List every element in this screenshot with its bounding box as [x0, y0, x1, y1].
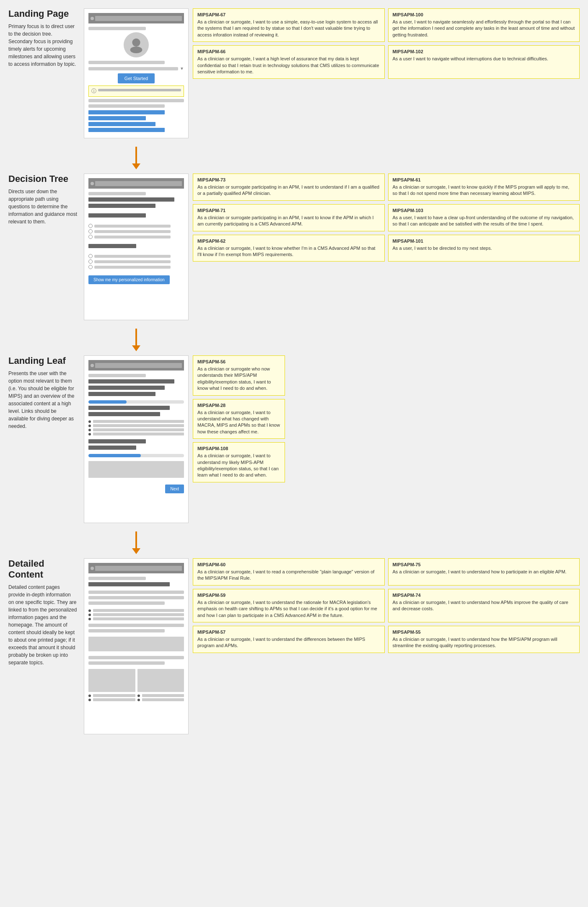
wf-progress-1 — [88, 400, 184, 404]
section-desc-leaf: Presents the user with the option most r… — [8, 370, 78, 430]
wf-dt-col2-b2 — [137, 698, 184, 701]
story-cards-leaf: MIPSAPM-56 As a clinician or surrogate w… — [193, 355, 285, 482]
nav-dot-l — [91, 364, 94, 367]
wf-dt-bullet-3 — [88, 617, 184, 620]
bullet-line-1 — [93, 420, 184, 423]
story-card-mipsapm-75: MIPSAPM-75 As a clinician or surrogate, … — [388, 558, 580, 586]
story-card-mipsapm-74: MIPSAPM-74 As a clinician or surrogate, … — [388, 589, 580, 622]
story-card-mipsapm-66: MIPSAPM-66 As a clinician or surrogate, … — [193, 45, 385, 79]
wf-blue-2 — [88, 116, 146, 120]
wf-dt-col1-b2 — [88, 698, 135, 701]
wf-bullet-4 — [88, 433, 184, 435]
wf-dt-bullet-2 — [88, 613, 184, 616]
story-card-mipsapm-60: MIPSAPM-60 As a clinician or surrogate, … — [193, 558, 385, 586]
story-id-100: MIPSAPM-100 — [393, 12, 575, 17]
wireframe-nav-leaf — [88, 360, 184, 371]
avatar-icon — [128, 36, 145, 53]
wf-radio-5 — [88, 259, 184, 264]
story-text-108: As a clinician or surrogate, I want to u… — [197, 453, 280, 479]
story-card-mipsapm-61: MIPSAPM-61 As a clinician or surrogate, … — [388, 174, 580, 201]
section-content-leaf: Next MIPSAPM-56 As a clinician or surrog… — [84, 355, 580, 523]
bullet-line-3 — [93, 428, 184, 431]
nav-dot-dt — [91, 567, 94, 570]
story-id-73: MIPSAPM-73 — [197, 177, 380, 182]
story-row-leaf-1: MIPSAPM-56 As a clinician or surrogate w… — [193, 355, 285, 396]
story-cards-landing: MIPSAPM-67 As a clinician or surrogate, … — [193, 8, 580, 79]
wf-radio-2 — [88, 229, 184, 233]
wf-radio-6 — [88, 265, 184, 269]
nav-bar-dt — [95, 566, 182, 571]
radio-line-5 — [94, 260, 171, 263]
radio-circle-1 — [88, 224, 93, 228]
nav-bar — [95, 16, 182, 21]
wf-dt-col2-b1 — [137, 694, 184, 697]
wf-l-dark-3 — [88, 392, 155, 396]
orange-arrow-3 — [132, 531, 140, 554]
wf-blue-lines — [88, 110, 184, 132]
story-id-59: MIPSAPM-59 — [197, 593, 380, 598]
radio-circle-3 — [88, 235, 93, 239]
dt-bullet-dot-3 — [88, 618, 91, 620]
wf-l-dark-6 — [88, 439, 146, 443]
section-label-detail: Detailed Content Detailed content pages … — [8, 558, 84, 734]
wf-line-1 — [88, 27, 146, 30]
story-id-62: MIPSAPM-62 — [197, 238, 380, 244]
story-id-74: MIPSAPM-74 — [393, 593, 575, 598]
arrow-head-2 — [132, 345, 140, 351]
story-card-mipsapm-56: MIPSAPM-56 As a clinician or surrogate w… — [193, 355, 285, 396]
wf-dt-col-1 — [88, 669, 135, 692]
story-text-59: As a clinician or surrogate, I want to u… — [197, 599, 380, 619]
story-card-mipsapm-108: MIPSAPM-108 As a clinician or surrogate,… — [193, 442, 285, 482]
wf-radio-group-2 — [88, 254, 184, 269]
show-personalized-button[interactable]: Show me my personalized information — [88, 275, 170, 284]
story-text-61: As a clinician or surrogate, I want to k… — [393, 184, 575, 197]
wf-dt-col-2 — [137, 669, 184, 692]
wf-dt-line-7 — [88, 661, 165, 665]
story-text-102: As a user I want to navigate without int… — [393, 56, 575, 62]
wf-next-btn-container: Next — [88, 482, 184, 495]
story-card-mipsapm-100: MIPSAPM-100 As a user, I want to navigat… — [388, 8, 580, 42]
dt-bullet-line-3 — [93, 617, 184, 620]
alert-line-1 — [98, 89, 181, 91]
nav-dot-d — [91, 182, 94, 185]
wf-d-dark-4 — [88, 244, 136, 248]
wf-dt-gray-1 — [88, 637, 184, 651]
wf-bullet-3 — [88, 428, 184, 431]
story-row-landing-2: MIPSAPM-66 As a clinician or surrogate, … — [193, 45, 580, 79]
wf-radio-1 — [88, 224, 184, 228]
wf-line-2 — [88, 61, 165, 64]
wf-line-3 — [88, 99, 184, 102]
story-id-28: MIPSAPM-28 — [197, 403, 280, 408]
story-id-103: MIPSAPM-103 — [393, 208, 575, 213]
section-label-decision: Decision Tree Directs user down the appr… — [8, 174, 84, 320]
story-id-101: MIPSAPM-101 — [393, 238, 575, 244]
wf-progress-fill-1 — [88, 400, 127, 404]
next-button[interactable]: Next — [165, 485, 184, 493]
section-desc-landing: Primary focus is to direct user to the d… — [8, 23, 78, 68]
wf-d-dark-1 — [88, 197, 174, 202]
wf-line-4 — [88, 104, 165, 108]
radio-line-4 — [94, 255, 171, 258]
c2-dot-1 — [137, 695, 140, 697]
section-label-leaf: Landing Leaf Presents the user with the … — [8, 355, 84, 523]
wf-dt-bullet-1 — [88, 609, 184, 612]
arrow-2 — [8, 329, 580, 351]
dt-bullet-line-1 — [93, 609, 184, 612]
wf-radio-4 — [88, 254, 184, 258]
radio-line-1 — [94, 225, 171, 228]
get-started-button[interactable]: Get Started — [118, 73, 155, 83]
wf-avatar — [124, 32, 149, 57]
section-content-decision: Show me my personalized information MIPS… — [84, 174, 580, 320]
story-card-mipsapm-71: MIPSAPM-71 As a clinician or surrogate p… — [193, 204, 385, 231]
wf-l-dark-2 — [88, 386, 165, 390]
story-row-detail-2: MIPSAPM-59 As a clinician or surrogate, … — [193, 589, 580, 622]
wf-progress-2 — [88, 454, 184, 457]
wf-blue-1 — [88, 110, 165, 114]
story-text-75: As a clinician or surrogate, I want to u… — [393, 569, 575, 575]
story-text-28: As a clinician or surrogate, I want to u… — [197, 409, 280, 435]
story-text-67: As a clinician or surrogate, I want to u… — [197, 19, 380, 38]
story-id-66: MIPSAPM-66 — [197, 49, 380, 54]
story-row-leaf-2: MIPSAPM-28 As a clinician or surrogate, … — [193, 399, 285, 439]
wf-select-arrow: ▼ — [180, 66, 184, 71]
story-text-74: As a clinician or surrogate, I want to u… — [393, 599, 575, 612]
